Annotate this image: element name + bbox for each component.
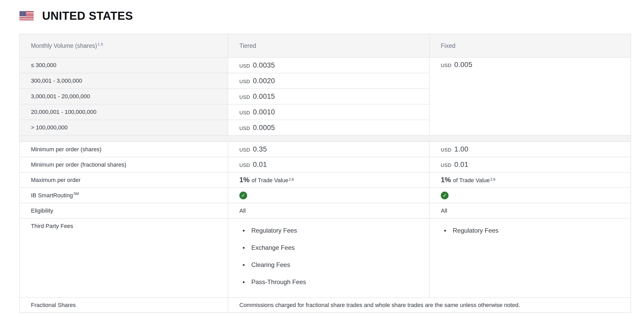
column-header-tiered: Tiered — [228, 34, 429, 57]
smart-routing-tiered-cell — [228, 188, 429, 203]
tiered-rate-value: 0.0015 — [253, 93, 275, 100]
fractional-shares-note: Commissions charged for fractional share… — [228, 298, 630, 312]
max-order-footnote: 2,6 — [289, 177, 294, 181]
tiered-rate-cell: USD0.0005 — [228, 120, 429, 135]
fixed-rate-value: 0.005 — [454, 61, 472, 69]
max-order-text: of Trade Value — [252, 177, 288, 184]
max-order-text: of Trade Value — [453, 177, 490, 184]
tiered-rate-cell: USD0.0035 — [228, 58, 429, 73]
section-spacer — [20, 136, 630, 141]
min-order-tiered-cell: USD0.35 — [228, 142, 429, 157]
smart-routing-sup: SM — [73, 192, 79, 196]
third-party-fees-fixed-cell: Regulatory Fees — [430, 219, 630, 297]
tiered-rate-cell: USD0.0020 — [228, 73, 429, 88]
tiered-rate-cell: USD0.0015 — [228, 89, 429, 104]
smart-routing-fixed-cell — [430, 188, 630, 203]
header-volume-footnote: 1,5 — [97, 42, 103, 46]
header-volume-label: Monthly Volume (shares) — [31, 42, 97, 49]
min-order-tiered-value: 0.35 — [253, 145, 267, 153]
flag-canton — [19, 11, 26, 16]
tiered-rate-cell: USD0.0010 — [228, 104, 429, 120]
bullet-item: Pass-Through Fees — [242, 278, 306, 286]
commissions-table: Monthly Volume (shares)1,5 Tiered Fixed … — [19, 34, 631, 313]
bullet-item: Regulatory Fees — [444, 226, 498, 235]
bullet-item: Clearing Fees — [242, 261, 306, 269]
eligibility-tiered-value: All — [228, 203, 429, 218]
max-order-fixed-cell: 1%of Trade Value2,6 — [430, 173, 630, 187]
tiered-rate-value: 0.0010 — [253, 108, 275, 116]
third-party-fees-list-tiered: Regulatory FeesExchange FeesClearing Fee… — [239, 226, 306, 295]
tiered-rate-value: 0.0005 — [253, 124, 275, 132]
eligibility-fixed-value: All — [430, 203, 630, 218]
currency-label: USD — [239, 94, 250, 100]
tier-range: > 100,000,000 — [20, 120, 228, 135]
currency-label: USD — [441, 147, 451, 153]
row-label-smart-routing: IB SmartRoutingSM — [20, 188, 228, 203]
max-order-pct: 1% — [239, 176, 249, 184]
tier-range: 3,000,001 - 20,000,000 — [20, 89, 228, 104]
tiered-rate-value: 0.0020 — [253, 77, 275, 85]
bullet-item: Regulatory Fees — [242, 226, 306, 235]
third-party-fees-list-fixed: Regulatory Fees — [441, 226, 498, 244]
row-label-third-party-fees: Third Party Fees — [20, 219, 228, 297]
pricing-page: UNITED STATES Monthly Volume (shares)1,5… — [0, 0, 644, 313]
row-label-fractional-shares: Fractional Shares — [20, 298, 228, 312]
row-label-min-order-fractional: Minimum per order (fractional shares) — [20, 157, 228, 172]
currency-label: USD — [441, 63, 451, 68]
third-party-fees-tiered-cell: Regulatory FeesExchange FeesClearing Fee… — [228, 219, 429, 297]
max-order-footnote: 2,6 — [490, 177, 495, 181]
row-label-eligibility: Eligibility — [20, 203, 228, 218]
column-header-monthly-volume: Monthly Volume (shares)1,5 — [20, 34, 228, 57]
row-label-max-order: Maximum per order — [20, 173, 228, 187]
tier-range: 20,000,001 - 100,000,000 — [20, 104, 228, 120]
currency-label: USD — [239, 110, 250, 115]
min-order-fractional-fixed-cell: USD0.01 — [430, 157, 630, 172]
min-order-fixed-value: 1.00 — [454, 145, 468, 153]
currency-label: USD — [239, 147, 250, 153]
currency-label: USD — [441, 162, 451, 168]
max-order-tiered-cell: 1%of Trade Value2,6 — [228, 173, 429, 187]
us-flag-icon — [19, 11, 34, 21]
check-icon — [239, 192, 247, 199]
page-title: UNITED STATES — [42, 10, 133, 22]
smart-routing-label: IB SmartRouting — [31, 192, 73, 199]
min-order-fractional-fixed-value: 0.01 — [454, 161, 468, 168]
column-header-fixed: Fixed — [430, 34, 630, 57]
max-order-pct: 1% — [441, 176, 451, 184]
min-order-fractional-tiered-value: 0.01 — [253, 161, 267, 168]
tier-range: 300,001 - 3,000,000 — [20, 73, 228, 88]
currency-label: USD — [239, 162, 250, 168]
currency-label: USD — [239, 79, 250, 84]
row-label-min-order: Minimum per order (shares) — [20, 142, 228, 157]
currency-label: USD — [239, 126, 250, 131]
bullet-item: Exchange Fees — [242, 244, 306, 252]
currency-label: USD — [239, 63, 250, 69]
country-title-row: UNITED STATES — [19, 10, 644, 22]
tier-range: ≤ 300,000 — [20, 58, 228, 73]
min-order-fractional-tiered-cell: USD0.01 — [228, 157, 429, 172]
tiered-rate-value: 0.0035 — [253, 61, 275, 69]
min-order-fixed-cell: USD1.00 — [430, 142, 630, 157]
check-icon — [441, 192, 449, 199]
fixed-rate-cell: USD0.005 — [430, 58, 630, 135]
